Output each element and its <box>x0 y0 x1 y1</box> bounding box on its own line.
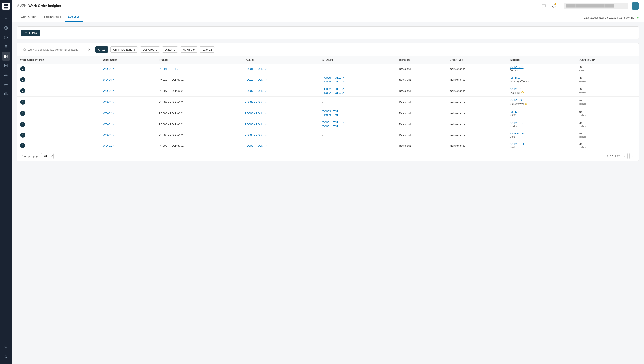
status-tab-at-risk[interactable]: At Risk 0 <box>180 47 197 53</box>
po-line-link[interactable]: PO003 - POLi... ↗ <box>245 144 267 147</box>
status-tab-watch[interactable]: Watch 0 <box>162 47 178 53</box>
page-content: Filters ✕ All 12 <box>12 22 644 364</box>
cell-priority: 1 <box>17 85 100 97</box>
po-line-link[interactable]: PO001 - POLi... ↗ <box>245 67 267 71</box>
po-line-link[interactable]: PO006 - POLi... ↗ <box>245 123 267 126</box>
quantity-uom: eaches <box>578 114 586 116</box>
quantity-value: 50 <box>578 66 582 69</box>
cell-sto-line: - <box>320 130 396 140</box>
header-search[interactable]: ██████████████████████████ <box>564 3 628 9</box>
cell-priority: 1 <box>17 130 100 140</box>
sidebar-item-home[interactable]: ⌂ <box>2 15 10 23</box>
tab-work-orders[interactable]: Work Orders <box>17 12 41 22</box>
material-code-link[interactable]: OLIVE-RD <box>510 66 573 69</box>
col-order-type: Order Type <box>446 56 508 64</box>
cell-order-type: maintenance <box>446 85 508 97</box>
work-order-link[interactable]: WO-04 ↗ <box>103 78 114 81</box>
app-logo[interactable] <box>2 3 10 10</box>
status-tab-late-count: 12 <box>209 48 212 51</box>
external-link-icon: ↗ <box>265 78 267 81</box>
po-line-link[interactable]: PO010 - POLi... ↗ <box>245 78 267 81</box>
quantity-value: 50 <box>578 110 582 113</box>
material-code-link[interactable]: MILK-FF <box>510 110 573 113</box>
rows-per-page-select[interactable]: 10 20 50 100 <box>41 153 54 159</box>
sidebar-item-analytics[interactable] <box>2 24 10 32</box>
cell-revision: Revision1 <box>396 85 446 97</box>
quantity-value: 50 <box>578 99 582 102</box>
sto-line-link[interactable]: TO005 - TOLi... ↗ <box>322 80 393 83</box>
material-code-link[interactable]: OLIVE-BL <box>510 87 573 90</box>
sidebar-item-settings[interactable]: ⚙ <box>2 343 10 351</box>
cell-order-type: maintenance <box>446 97 508 108</box>
sidebar-item-box[interactable] <box>2 33 10 42</box>
cell-material: MILK-WHMonkey Wrench <box>508 74 576 85</box>
po-line-link[interactable]: PO002 - POLi... ↗ <box>245 101 267 104</box>
work-order-link[interactable]: WO-01 ↗ <box>103 144 114 147</box>
sidebar-item-badge[interactable] <box>2 71 10 79</box>
po-line-link[interactable]: PO005 - POLi... ↗ <box>245 134 267 137</box>
pr-line-link[interactable]: PR001 - PRLi... ↗ <box>159 67 180 71</box>
cell-sto-line: TO001 - TOLi... ↗TO001 - TOLi... ↗ <box>320 119 396 130</box>
cell-quantity: 50eaches <box>576 85 639 97</box>
po-line-link[interactable]: PO007 - POLi... ↗ <box>245 89 267 93</box>
status-tab-at-risk-count: 0 <box>193 48 195 51</box>
search-clear-button[interactable]: ✕ <box>88 48 91 52</box>
tabs-bar: Work Orders Procurement Logistics Data l… <box>12 12 644 22</box>
sto-line-link[interactable]: TO003 - TOLi... ↗ <box>322 110 393 113</box>
sto-line-link[interactable]: TO001 - TOLi... ↗ <box>322 121 393 124</box>
sto-line-link[interactable]: TO002 - TOLi... ↗ <box>322 87 393 91</box>
material-code-link[interactable]: OLIVE-PGR <box>510 121 573 124</box>
work-order-link[interactable]: WO-01 ↗ <box>103 123 114 126</box>
sto-line-link[interactable]: TO002 - TOLi... ↗ <box>322 91 393 94</box>
sidebar-item-info[interactable]: ℹ <box>2 352 10 360</box>
sidebar-item-table[interactable] <box>2 52 10 61</box>
cell-revision: Revision1 <box>396 130 446 140</box>
sto-line-link[interactable]: TO001 - TOLi... ↗ <box>322 125 393 128</box>
priority-badge: 1 <box>20 111 25 116</box>
material-code-link[interactable]: OLIVE-PRD <box>510 132 573 135</box>
cell-quantity: 50eaches <box>576 74 639 85</box>
material-name: Wrench <box>510 69 519 72</box>
priority-badge: 1 <box>20 77 25 82</box>
work-order-link[interactable]: WO-01 ↗ <box>103 67 114 71</box>
notification-button[interactable] <box>550 3 557 9</box>
sidebar-item-location[interactable] <box>2 43 10 51</box>
work-order-link[interactable]: WO-02 ↗ <box>103 112 114 115</box>
quantity-uom: eaches <box>578 125 586 127</box>
external-link-icon: ↗ <box>342 92 344 94</box>
sidebar-item-tools[interactable] <box>2 80 10 89</box>
tab-logistics[interactable]: Logistics <box>64 12 83 22</box>
prev-page-button[interactable]: ‹ <box>622 153 628 159</box>
chat-button[interactable] <box>540 3 547 9</box>
status-tab-all[interactable]: All 12 <box>95 47 108 53</box>
cell-quantity: 50eaches <box>576 130 639 140</box>
sidebar-item-barchart[interactable] <box>2 90 10 98</box>
filters-button[interactable]: Filters <box>21 30 40 36</box>
user-avatar[interactable] <box>632 2 639 10</box>
status-tab-on-time-count: 0 <box>134 48 135 51</box>
quantity-value: 50 <box>578 77 582 80</box>
sto-line-link[interactable]: TO003 - TOLi... ↗ <box>322 114 393 117</box>
quantity-value: 50 <box>578 88 582 91</box>
external-link-icon: ↗ <box>265 68 267 70</box>
material-code-link[interactable]: OLIVE-GR <box>510 99 573 102</box>
work-order-link[interactable]: WO-01 ↗ <box>103 89 114 93</box>
data-table: Work Order Priority Work Order PR/Line P… <box>17 56 639 151</box>
po-line-link[interactable]: PO008 - POLi... ↗ <box>245 112 267 115</box>
status-tab-delivered[interactable]: Delivered 0 <box>140 47 160 53</box>
search-input[interactable] <box>28 48 86 51</box>
next-page-button[interactable]: › <box>629 153 635 159</box>
search-box[interactable]: ✕ <box>21 46 93 53</box>
tab-procurement[interactable]: Procurement <box>41 12 64 22</box>
sidebar-item-chart[interactable] <box>2 61 10 70</box>
status-tab-on-time[interactable]: On Time / Early 0 <box>110 47 138 53</box>
sto-line-link[interactable]: TO005 - TOLi... ↗ <box>322 76 393 79</box>
cell-pr-line: PR006 - POLine001 <box>156 119 242 130</box>
status-tab-late[interactable]: Late 12 <box>200 47 215 53</box>
work-order-link[interactable]: WO-01 ↗ <box>103 134 114 137</box>
material-code-link[interactable]: OLIVE-PBL <box>510 142 573 146</box>
external-link-icon: ↗ <box>265 123 267 126</box>
cell-sto-line: - <box>320 64 396 74</box>
material-code-link[interactable]: MILK-WH <box>510 77 573 80</box>
work-order-link[interactable]: WO-01 ↗ <box>103 101 114 104</box>
